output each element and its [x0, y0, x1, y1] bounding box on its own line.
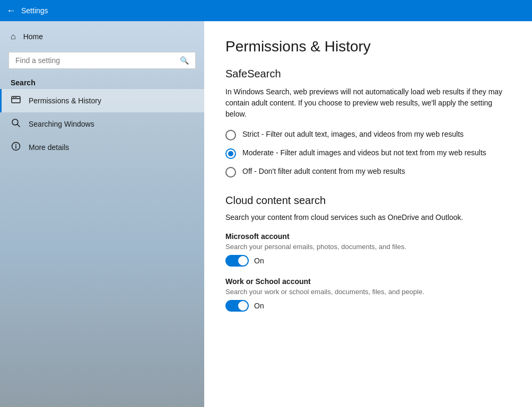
- app-title: Settings: [21, 6, 48, 15]
- microsoft-account-block: Microsoft account Search your personal e…: [225, 232, 511, 267]
- cloud-search-description: Search your content from cloud services …: [225, 213, 511, 222]
- back-button[interactable]: ←: [6, 5, 16, 16]
- search-box[interactable]: 🔍: [8, 52, 196, 69]
- work-toggle-row: On: [225, 300, 511, 312]
- sidebar-section-label: Search: [0, 75, 204, 89]
- toggle-knob-work: [238, 301, 248, 311]
- permissions-icon: [11, 95, 21, 107]
- search-input[interactable]: [15, 56, 176, 65]
- radio-strict[interactable]: Strict - Filter out adult text, images, …: [225, 129, 511, 140]
- sidebar-item-searching[interactable]: Searching Windows: [0, 112, 204, 136]
- microsoft-account-title: Microsoft account: [225, 232, 511, 241]
- title-bar: ← Settings: [0, 0, 532, 21]
- safesearch-description: In Windows Search, web previews will not…: [225, 86, 511, 120]
- svg-point-2: [15, 97, 16, 98]
- sidebar-home-label: Home: [23, 32, 43, 41]
- sidebar-item-more-label: More details: [29, 143, 69, 152]
- sidebar-item-searching-label: Searching Windows: [29, 120, 94, 128]
- search-box-container: 🔍: [0, 48, 204, 75]
- toggle-knob-microsoft: [238, 256, 248, 266]
- sidebar-nav: Permissions & History Searching Windows: [0, 89, 204, 159]
- radio-circle-off[interactable]: [225, 167, 236, 178]
- svg-point-5: [15, 144, 16, 145]
- searching-icon: [11, 118, 21, 130]
- safesearch-title: SafeSearch: [225, 68, 511, 80]
- sidebar-item-permissions-label: Permissions & History: [29, 96, 101, 105]
- radio-label-strict: Strict - Filter out adult text, images, …: [242, 129, 464, 140]
- cloud-search-title: Cloud content search: [225, 194, 511, 207]
- microsoft-toggle-row: On: [225, 255, 511, 267]
- microsoft-toggle-label: On: [254, 256, 264, 265]
- radio-circle-moderate[interactable]: [225, 148, 236, 159]
- svg-point-1: [13, 97, 14, 98]
- sidebar-home-item[interactable]: ⌂ Home: [0, 25, 204, 48]
- microsoft-account-toggle[interactable]: [225, 255, 249, 267]
- radio-label-moderate: Moderate - Filter adult images and video…: [242, 148, 486, 158]
- work-account-block: Work or School account Search your work …: [225, 277, 511, 312]
- content-area: Permissions & History SafeSearch In Wind…: [204, 21, 532, 407]
- main-layout: ⌂ Home 🔍 Search: [0, 21, 532, 407]
- home-icon: ⌂: [11, 32, 16, 41]
- radio-circle-strict[interactable]: [225, 130, 236, 140]
- radio-label-off: Off - Don't filter adult content from my…: [242, 166, 405, 177]
- work-toggle-label: On: [254, 302, 264, 310]
- radio-moderate[interactable]: Moderate - Filter adult images and video…: [225, 148, 511, 159]
- sidebar-item-more[interactable]: More details: [0, 136, 204, 159]
- radio-off[interactable]: Off - Don't filter adult content from my…: [225, 166, 511, 178]
- search-icon: 🔍: [180, 56, 189, 65]
- work-account-title: Work or School account: [225, 277, 511, 286]
- microsoft-account-desc: Search your personal emails, photos, doc…: [225, 243, 511, 251]
- sidebar-item-permissions[interactable]: Permissions & History: [0, 89, 204, 112]
- work-account-toggle[interactable]: [225, 300, 249, 312]
- page-title: Permissions & History: [225, 38, 511, 55]
- more-details-icon: [11, 141, 21, 153]
- safesearch-options: Strict - Filter out adult text, images, …: [225, 129, 511, 178]
- work-account-desc: Search your work or school emails, docum…: [225, 288, 511, 296]
- sidebar: ⌂ Home 🔍 Search: [0, 21, 204, 407]
